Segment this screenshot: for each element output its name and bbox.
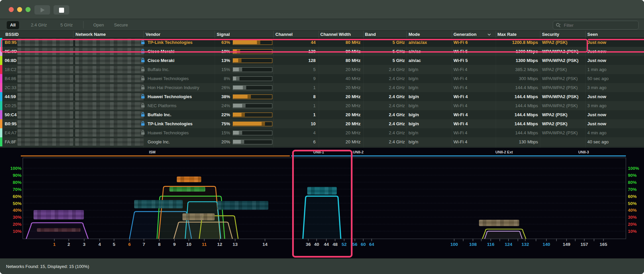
y-axis-label-right: 80% xyxy=(628,180,642,185)
security-cell: WPA/WPA2 (PSK) xyxy=(542,103,578,108)
table-row[interactable]: B4:86Huawei Technologies8%940 MHz2.4 GHz… xyxy=(0,74,644,83)
channel-label-40: 40 xyxy=(314,242,319,247)
table-row[interactable]: 2C:33Hon Hai Precision Industry26%120 MH… xyxy=(0,83,644,92)
max-rate-cell: 144.4 Mbps xyxy=(515,112,538,117)
tab-5-ghz[interactable]: 5 GHz xyxy=(57,21,76,29)
column-divider xyxy=(215,38,215,148)
column-header-signal[interactable]: Signal xyxy=(217,32,230,37)
signal-bar-peak xyxy=(237,50,240,53)
vendor-cell: TP-Link Technologies xyxy=(148,40,193,45)
channel-label-108: 108 xyxy=(469,242,477,247)
channel-label-60: 60 xyxy=(361,242,366,247)
channel-cell: 9 xyxy=(313,76,316,81)
close-window-button[interactable] xyxy=(9,7,14,12)
network-name-redacted-blur xyxy=(75,93,144,100)
band-cell: 2.4 GHz xyxy=(389,139,405,144)
networks-found-status: Networks Found: 15, Displayed: 15 (100%) xyxy=(6,264,89,269)
lock-icon xyxy=(141,49,145,55)
security-cell: WPA/WPA2 (PSK) xyxy=(542,85,578,90)
signal-bar-peak xyxy=(248,95,251,98)
band-cell: 2.4 GHz xyxy=(389,67,405,72)
channel-label-3: 3 xyxy=(83,242,86,247)
column-header-network-name[interactable]: Network Name xyxy=(75,32,106,37)
signal-bar-fill xyxy=(233,104,242,108)
channel-color-stripe xyxy=(0,92,2,101)
table-row[interactable]: C0:25NEC Platforms24%120 MHz2.4 GHzb/g/n… xyxy=(0,101,644,110)
zoom-window-button[interactable] xyxy=(25,7,31,12)
signal-bar-fill xyxy=(233,50,237,53)
signal-bar xyxy=(233,58,272,63)
tab-all[interactable]: All xyxy=(7,21,19,29)
table-row[interactable]: 0E:8DCisco Meraki10%12880 MHz5 GHza/n/ac… xyxy=(0,47,644,56)
table-row[interactable]: FA:8FGoogle Inc.20%620 MHz2.4 GHzb/g/nWi… xyxy=(0,137,644,146)
signal-bar-fill xyxy=(233,113,241,117)
column-header-bssid[interactable]: BSSID xyxy=(5,32,19,37)
channel-cell: 1 xyxy=(313,103,316,108)
channel-label-7: 7 xyxy=(143,242,145,247)
generation-cell: Wi-Fi 4 xyxy=(453,139,467,144)
signal-bar-peak xyxy=(239,131,242,135)
scan-stop-button[interactable] xyxy=(53,5,69,15)
screenshot-root: All2.4 GHz5 GHzOpenSecure BSSIDNetwork N… xyxy=(0,0,644,274)
bssid-cell: 18:C2 xyxy=(5,67,16,72)
tab-2-4-ghz[interactable]: 2.4 GHz xyxy=(28,21,50,29)
max-rate-cell: 1200.8 Mbps xyxy=(512,40,538,45)
column-header-channel-width[interactable]: Channel Width xyxy=(320,32,351,37)
signal-bar xyxy=(233,49,272,54)
column-header-channel[interactable]: Channel xyxy=(275,32,292,37)
bssid-cell: B0:95 xyxy=(5,40,16,45)
scan-play-button[interactable] xyxy=(34,5,50,15)
vendor-cell: Cisco Meraki xyxy=(148,58,174,63)
channel-cell: 4 xyxy=(313,130,316,135)
column-header-seen[interactable]: Seen xyxy=(587,32,598,37)
column-header-band[interactable]: Band xyxy=(365,32,376,37)
table-row[interactable]: 18:C2Buffalo Inc.15%520 MHz2.4 GHzb/g/nW… xyxy=(0,65,644,74)
signal-percent-cell: 75% xyxy=(221,121,230,126)
generation-cell: Wi-Fi 4 xyxy=(453,85,467,90)
channel-width-cell: 80 MHz xyxy=(345,58,361,63)
mode-cell: b/g/n xyxy=(409,130,418,135)
y-axis-label-right: 90% xyxy=(628,173,642,178)
table-row[interactable]: 06:8DCisco Meraki13%12880 MHz5 GHza/n/ac… xyxy=(0,56,644,65)
bssid-redacted-blur xyxy=(17,57,73,64)
seen-cell: Just now xyxy=(587,49,606,54)
channel-label-10: 10 xyxy=(186,242,191,247)
filter-input[interactable] xyxy=(563,21,635,29)
bssid-redacted-blur xyxy=(17,84,73,91)
column-header-max-rate[interactable]: Max Rate xyxy=(497,32,517,37)
channel-label-11: 11 xyxy=(202,242,207,247)
lock-icon xyxy=(141,94,145,100)
seen-cell: 4 min ago xyxy=(587,130,606,135)
column-header-vendor[interactable]: Vendor xyxy=(146,32,160,37)
table-row[interactable]: E4:A7Huawei Technologies15%420 MHz2.4 GH… xyxy=(0,128,644,137)
channel-width-cell: 20 MHz xyxy=(345,121,361,126)
vendor-cell: TP-Link Technologies xyxy=(148,121,193,126)
channel-cell: 128 xyxy=(308,49,316,54)
mode-cell: a/n/ac xyxy=(409,49,421,54)
minimize-window-button[interactable] xyxy=(17,7,22,12)
seen-cell: Just now xyxy=(587,40,606,45)
table-row[interactable]: B0:95TP-Link Technologies63%4480 MHz5 GH… xyxy=(0,38,644,47)
seen-cell: 50 sec ago xyxy=(587,76,609,81)
bssid-cell: C0:25 xyxy=(5,103,16,108)
y-axis-label-right: 40% xyxy=(628,208,642,213)
column-divider xyxy=(363,31,364,38)
channel-label-1: 1 xyxy=(53,242,56,247)
tab-open[interactable]: Open xyxy=(90,21,107,29)
channel-label-157: 157 xyxy=(581,242,588,247)
bssid-redacted-blur xyxy=(17,39,73,46)
channel-color-stripe xyxy=(0,128,2,137)
column-divider xyxy=(273,38,274,148)
signal-percent-cell: 8% xyxy=(224,76,230,81)
filter-field[interactable] xyxy=(553,21,639,29)
table-row[interactable]: 50:C4Buffalo Inc.22%120 MHz2.4 GHzb/g/nW… xyxy=(0,110,644,119)
column-header-mode[interactable]: Mode xyxy=(409,32,420,37)
channel-width-cell: 20 MHz xyxy=(345,130,361,135)
table-row[interactable]: B0:95TP-Link Technologies75%1020 MHz2.4 … xyxy=(0,119,644,128)
channel-width-cell: 40 MHz xyxy=(345,76,361,81)
column-header-generation[interactable]: Generation xyxy=(453,32,491,37)
column-header-security[interactable]: Security xyxy=(542,32,559,37)
max-rate-cell: 144.4 Mbps xyxy=(515,121,538,126)
table-row[interactable]: 44:59Huawei Technologies38%820 MHz2.4 GH… xyxy=(0,92,644,101)
tab-secure[interactable]: Secure xyxy=(111,21,131,29)
